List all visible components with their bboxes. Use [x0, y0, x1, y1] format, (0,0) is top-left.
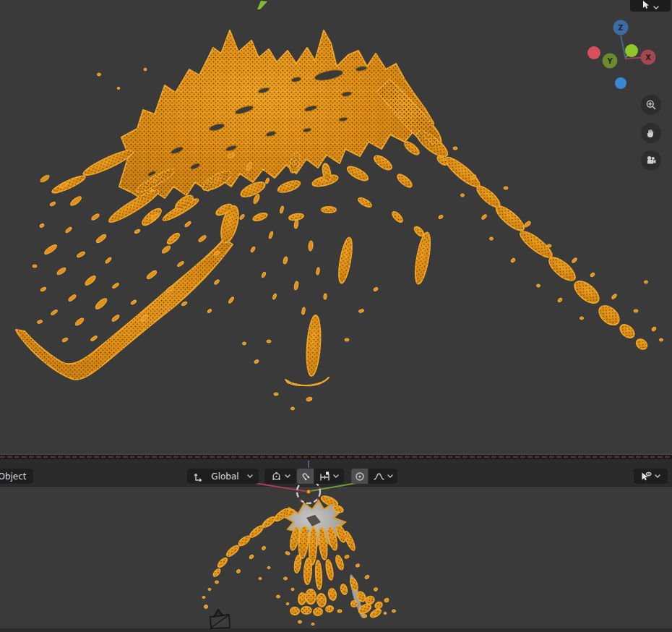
falloff-curve-icon [374, 471, 384, 482]
gizmo-axis-z[interactable]: Z [613, 20, 629, 35]
bottom-edge-strip [0, 628, 672, 632]
gizmo-axis-x[interactable]: X [641, 50, 656, 65]
chevron-down-icon [285, 474, 290, 479]
splash-crown-and-streams [16, 30, 649, 385]
svg-text:X: X [645, 54, 651, 61]
snap-target-dropdown[interactable] [314, 469, 344, 484]
splitter-dashed-line [0, 456, 672, 458]
orientation-label: Global [206, 471, 244, 482]
pivot-point-dropdown[interactable] [264, 469, 296, 484]
mode-dropdown[interactable]: Object [0, 469, 33, 484]
chevron-down-icon [387, 474, 393, 479]
area-splitter[interactable] [0, 454, 672, 459]
transform-orientation-dropdown[interactable]: Global [187, 469, 259, 484]
mode-label: Object [0, 471, 27, 482]
splash-mesh-top [0, 0, 672, 454]
chevron-down-icon [247, 474, 253, 479]
cursor-eye-icon [641, 471, 652, 482]
camera-icon [645, 155, 658, 166]
proportional-editing-icon [355, 471, 365, 482]
visibility-dropdown[interactable] [634, 469, 668, 484]
cursor-icon [642, 1, 651, 10]
pan-button[interactable] [641, 123, 661, 143]
svg-text:Z: Z [618, 24, 623, 32]
snap-target-icon [319, 471, 330, 482]
blender-window: Z X Y [0, 0, 672, 632]
gizmo-axis-y-pos[interactable] [625, 44, 638, 57]
chevron-down-icon [333, 474, 339, 479]
svg-text:Y: Y [606, 57, 613, 65]
proportional-editing-toggle[interactable] [351, 469, 368, 484]
visibility-dropdown-top[interactable] [630, 0, 671, 12]
zoom-button[interactable] [641, 95, 661, 115]
zoom-in-icon [645, 99, 657, 111]
chevron-down-icon [655, 474, 660, 479]
navigation-gizmo[interactable]: Z X Y [584, 12, 663, 93]
pivot-point-icon [271, 471, 282, 482]
camera-view-button[interactable] [641, 150, 661, 171]
hand-icon [645, 127, 657, 139]
transform-orientation-icon [193, 471, 203, 482]
gizmo-axis-z-neg[interactable] [615, 77, 626, 89]
viewport-3d-bottom[interactable] [0, 486, 672, 628]
snap-toggle[interactable] [297, 469, 314, 484]
gizmo-axis-x-neg[interactable] [587, 46, 600, 59]
viewport-header-controls: Object Global [0, 468, 672, 484]
falloff-dropdown[interactable] [369, 469, 397, 484]
snap-magnet-icon [298, 469, 313, 484]
gizmo-axis-y[interactable]: Y [603, 54, 618, 69]
chevron-down-icon [653, 6, 659, 10]
viewport-3d-top[interactable]: Z X Y [0, 0, 672, 454]
